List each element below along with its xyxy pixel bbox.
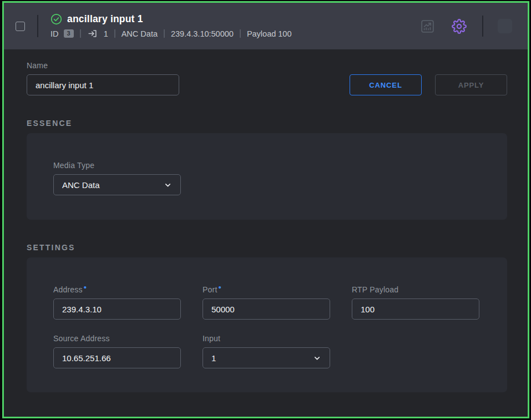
settings-heading: SETTINGS — [27, 243, 507, 252]
media-type-text: ANC Data — [122, 29, 158, 38]
header-divider — [37, 15, 38, 37]
input-select-value: 1 — [211, 353, 216, 363]
meta-separator — [240, 29, 241, 38]
apply-button[interactable]: APPLY — [435, 74, 507, 95]
device-config-window: ancillary input 1 ID 3 — [2, 1, 529, 418]
thumbnail-placeholder[interactable] — [498, 19, 512, 33]
source-address-label: Source Address — [53, 334, 181, 343]
rtp-payload-input[interactable] — [352, 298, 479, 320]
meta-separator — [80, 29, 81, 38]
media-type-select[interactable]: ANC Data — [53, 174, 181, 195]
cancel-button[interactable]: CANCEL — [350, 74, 422, 95]
address-label: Address• — [53, 285, 181, 294]
media-type-select-value: ANC Data — [62, 180, 100, 190]
address-input[interactable] — [53, 298, 181, 320]
page-title: ancillary input 1 — [67, 13, 143, 25]
grid-spacer — [352, 334, 479, 368]
essence-heading: ESSENCE — [27, 119, 507, 128]
meta-separator — [164, 29, 165, 38]
header-right-divider — [482, 16, 483, 37]
select-checkbox[interactable] — [16, 22, 25, 31]
meta-row: ID 3 1 ANC Data 239.4 — [50, 28, 292, 39]
id-label: ID — [50, 29, 59, 38]
input-select[interactable]: 1 — [203, 347, 330, 368]
gear-icon — [452, 19, 467, 34]
address-port-text: 239.4.3.10:50000 — [171, 29, 234, 38]
metrics-chart-button[interactable] — [420, 19, 435, 34]
meta-separator — [114, 29, 115, 38]
input-label: Input — [203, 334, 330, 343]
status-ok-icon — [50, 13, 62, 25]
chevron-down-icon — [164, 181, 172, 189]
id-badge: 3 — [64, 29, 74, 38]
input-number: 1 — [104, 29, 108, 38]
payload-text: Payload 100 — [247, 29, 292, 38]
required-dot: • — [218, 282, 221, 292]
config-form: Name CANCEL APPLY ESSENCE Media Type ANC… — [4, 49, 528, 417]
header: ancillary input 1 ID 3 — [4, 3, 528, 49]
settings-gear-button[interactable] — [452, 19, 467, 34]
chevron-down-icon — [313, 354, 321, 362]
required-dot: • — [84, 282, 87, 292]
name-label: Name — [27, 61, 179, 70]
essence-card: Media Type ANC Data — [27, 133, 507, 220]
settings-card: Address• Port• RTP Payload Source Addres… — [27, 257, 507, 392]
port-input[interactable] — [203, 298, 330, 320]
chart-trend-icon — [420, 19, 435, 34]
name-input[interactable] — [27, 74, 179, 95]
input-arrow-icon — [87, 28, 98, 39]
source-address-input[interactable] — [53, 347, 181, 368]
media-type-label: Media Type — [53, 161, 481, 170]
port-label: Port• — [203, 285, 330, 294]
rtp-payload-label: RTP Payload — [352, 285, 479, 294]
